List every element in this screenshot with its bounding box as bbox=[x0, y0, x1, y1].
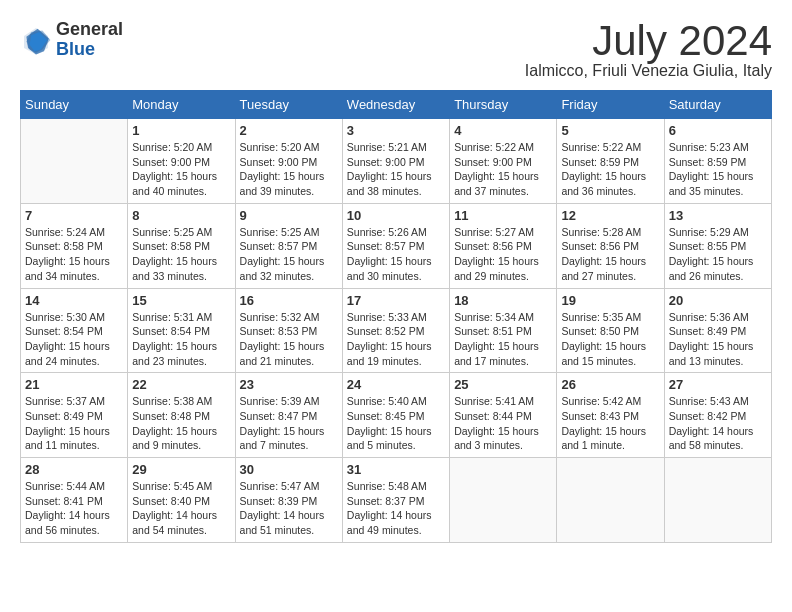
calendar-cell: 31Sunrise: 5:48 AM Sunset: 8:37 PM Dayli… bbox=[342, 458, 449, 543]
day-number: 4 bbox=[454, 123, 552, 138]
cell-content: Sunrise: 5:31 AM Sunset: 8:54 PM Dayligh… bbox=[132, 310, 230, 369]
cell-content: Sunrise: 5:45 AM Sunset: 8:40 PM Dayligh… bbox=[132, 479, 230, 538]
day-number: 31 bbox=[347, 462, 445, 477]
calendar-week-row: 21Sunrise: 5:37 AM Sunset: 8:49 PM Dayli… bbox=[21, 373, 772, 458]
calendar-cell: 26Sunrise: 5:42 AM Sunset: 8:43 PM Dayli… bbox=[557, 373, 664, 458]
calendar-cell: 15Sunrise: 5:31 AM Sunset: 8:54 PM Dayli… bbox=[128, 288, 235, 373]
day-number: 2 bbox=[240, 123, 338, 138]
calendar-cell bbox=[664, 458, 771, 543]
cell-content: Sunrise: 5:41 AM Sunset: 8:44 PM Dayligh… bbox=[454, 394, 552, 453]
calendar-cell: 24Sunrise: 5:40 AM Sunset: 8:45 PM Dayli… bbox=[342, 373, 449, 458]
day-number: 20 bbox=[669, 293, 767, 308]
cell-content: Sunrise: 5:28 AM Sunset: 8:56 PM Dayligh… bbox=[561, 225, 659, 284]
day-number: 26 bbox=[561, 377, 659, 392]
calendar-cell: 23Sunrise: 5:39 AM Sunset: 8:47 PM Dayli… bbox=[235, 373, 342, 458]
page-header: General Blue July 2024 Ialmicco, Friuli … bbox=[20, 20, 772, 80]
calendar-week-row: 14Sunrise: 5:30 AM Sunset: 8:54 PM Dayli… bbox=[21, 288, 772, 373]
calendar-cell: 7Sunrise: 5:24 AM Sunset: 8:58 PM Daylig… bbox=[21, 203, 128, 288]
calendar-week-row: 1Sunrise: 5:20 AM Sunset: 9:00 PM Daylig… bbox=[21, 119, 772, 204]
calendar-cell: 17Sunrise: 5:33 AM Sunset: 8:52 PM Dayli… bbox=[342, 288, 449, 373]
day-number: 28 bbox=[25, 462, 123, 477]
cell-content: Sunrise: 5:42 AM Sunset: 8:43 PM Dayligh… bbox=[561, 394, 659, 453]
cell-content: Sunrise: 5:37 AM Sunset: 8:49 PM Dayligh… bbox=[25, 394, 123, 453]
day-header-sunday: Sunday bbox=[21, 91, 128, 119]
calendar-cell: 14Sunrise: 5:30 AM Sunset: 8:54 PM Dayli… bbox=[21, 288, 128, 373]
day-number: 29 bbox=[132, 462, 230, 477]
day-header-saturday: Saturday bbox=[664, 91, 771, 119]
calendar-cell: 6Sunrise: 5:23 AM Sunset: 8:59 PM Daylig… bbox=[664, 119, 771, 204]
calendar-cell: 3Sunrise: 5:21 AM Sunset: 9:00 PM Daylig… bbox=[342, 119, 449, 204]
cell-content: Sunrise: 5:20 AM Sunset: 9:00 PM Dayligh… bbox=[132, 140, 230, 199]
day-number: 15 bbox=[132, 293, 230, 308]
calendar-cell bbox=[450, 458, 557, 543]
cell-content: Sunrise: 5:20 AM Sunset: 9:00 PM Dayligh… bbox=[240, 140, 338, 199]
day-header-friday: Friday bbox=[557, 91, 664, 119]
day-number: 19 bbox=[561, 293, 659, 308]
logo: General Blue bbox=[20, 20, 123, 60]
day-number: 23 bbox=[240, 377, 338, 392]
day-number: 3 bbox=[347, 123, 445, 138]
calendar-table: SundayMondayTuesdayWednesdayThursdayFrid… bbox=[20, 90, 772, 543]
calendar-cell: 5Sunrise: 5:22 AM Sunset: 8:59 PM Daylig… bbox=[557, 119, 664, 204]
cell-content: Sunrise: 5:21 AM Sunset: 9:00 PM Dayligh… bbox=[347, 140, 445, 199]
cell-content: Sunrise: 5:44 AM Sunset: 8:41 PM Dayligh… bbox=[25, 479, 123, 538]
calendar-week-row: 28Sunrise: 5:44 AM Sunset: 8:41 PM Dayli… bbox=[21, 458, 772, 543]
calendar-cell: 22Sunrise: 5:38 AM Sunset: 8:48 PM Dayli… bbox=[128, 373, 235, 458]
day-number: 11 bbox=[454, 208, 552, 223]
day-number: 22 bbox=[132, 377, 230, 392]
cell-content: Sunrise: 5:33 AM Sunset: 8:52 PM Dayligh… bbox=[347, 310, 445, 369]
cell-content: Sunrise: 5:48 AM Sunset: 8:37 PM Dayligh… bbox=[347, 479, 445, 538]
cell-content: Sunrise: 5:38 AM Sunset: 8:48 PM Dayligh… bbox=[132, 394, 230, 453]
calendar-cell: 30Sunrise: 5:47 AM Sunset: 8:39 PM Dayli… bbox=[235, 458, 342, 543]
cell-content: Sunrise: 5:32 AM Sunset: 8:53 PM Dayligh… bbox=[240, 310, 338, 369]
day-number: 7 bbox=[25, 208, 123, 223]
cell-content: Sunrise: 5:29 AM Sunset: 8:55 PM Dayligh… bbox=[669, 225, 767, 284]
calendar-cell: 18Sunrise: 5:34 AM Sunset: 8:51 PM Dayli… bbox=[450, 288, 557, 373]
cell-content: Sunrise: 5:23 AM Sunset: 8:59 PM Dayligh… bbox=[669, 140, 767, 199]
logo-text: General Blue bbox=[56, 20, 123, 60]
day-number: 27 bbox=[669, 377, 767, 392]
day-number: 25 bbox=[454, 377, 552, 392]
calendar-cell: 13Sunrise: 5:29 AM Sunset: 8:55 PM Dayli… bbox=[664, 203, 771, 288]
title-block: July 2024 Ialmicco, Friuli Venezia Giuli… bbox=[525, 20, 772, 80]
day-header-tuesday: Tuesday bbox=[235, 91, 342, 119]
day-number: 14 bbox=[25, 293, 123, 308]
calendar-cell: 27Sunrise: 5:43 AM Sunset: 8:42 PM Dayli… bbox=[664, 373, 771, 458]
logo-icon bbox=[20, 24, 52, 56]
calendar-cell: 25Sunrise: 5:41 AM Sunset: 8:44 PM Dayli… bbox=[450, 373, 557, 458]
day-number: 18 bbox=[454, 293, 552, 308]
cell-content: Sunrise: 5:22 AM Sunset: 8:59 PM Dayligh… bbox=[561, 140, 659, 199]
cell-content: Sunrise: 5:39 AM Sunset: 8:47 PM Dayligh… bbox=[240, 394, 338, 453]
cell-content: Sunrise: 5:26 AM Sunset: 8:57 PM Dayligh… bbox=[347, 225, 445, 284]
cell-content: Sunrise: 5:22 AM Sunset: 9:00 PM Dayligh… bbox=[454, 140, 552, 199]
calendar-cell: 19Sunrise: 5:35 AM Sunset: 8:50 PM Dayli… bbox=[557, 288, 664, 373]
calendar-cell bbox=[557, 458, 664, 543]
day-number: 1 bbox=[132, 123, 230, 138]
cell-content: Sunrise: 5:25 AM Sunset: 8:58 PM Dayligh… bbox=[132, 225, 230, 284]
calendar-cell: 2Sunrise: 5:20 AM Sunset: 9:00 PM Daylig… bbox=[235, 119, 342, 204]
day-number: 30 bbox=[240, 462, 338, 477]
cell-content: Sunrise: 5:35 AM Sunset: 8:50 PM Dayligh… bbox=[561, 310, 659, 369]
cell-content: Sunrise: 5:43 AM Sunset: 8:42 PM Dayligh… bbox=[669, 394, 767, 453]
cell-content: Sunrise: 5:25 AM Sunset: 8:57 PM Dayligh… bbox=[240, 225, 338, 284]
calendar-cell: 20Sunrise: 5:36 AM Sunset: 8:49 PM Dayli… bbox=[664, 288, 771, 373]
calendar-cell: 10Sunrise: 5:26 AM Sunset: 8:57 PM Dayli… bbox=[342, 203, 449, 288]
day-header-wednesday: Wednesday bbox=[342, 91, 449, 119]
cell-content: Sunrise: 5:27 AM Sunset: 8:56 PM Dayligh… bbox=[454, 225, 552, 284]
calendar-cell: 29Sunrise: 5:45 AM Sunset: 8:40 PM Dayli… bbox=[128, 458, 235, 543]
calendar-header-row: SundayMondayTuesdayWednesdayThursdayFrid… bbox=[21, 91, 772, 119]
day-number: 8 bbox=[132, 208, 230, 223]
calendar-cell: 12Sunrise: 5:28 AM Sunset: 8:56 PM Dayli… bbox=[557, 203, 664, 288]
cell-content: Sunrise: 5:36 AM Sunset: 8:49 PM Dayligh… bbox=[669, 310, 767, 369]
calendar-cell: 11Sunrise: 5:27 AM Sunset: 8:56 PM Dayli… bbox=[450, 203, 557, 288]
calendar-cell: 9Sunrise: 5:25 AM Sunset: 8:57 PM Daylig… bbox=[235, 203, 342, 288]
day-number: 16 bbox=[240, 293, 338, 308]
cell-content: Sunrise: 5:47 AM Sunset: 8:39 PM Dayligh… bbox=[240, 479, 338, 538]
calendar-cell: 16Sunrise: 5:32 AM Sunset: 8:53 PM Dayli… bbox=[235, 288, 342, 373]
day-number: 9 bbox=[240, 208, 338, 223]
cell-content: Sunrise: 5:30 AM Sunset: 8:54 PM Dayligh… bbox=[25, 310, 123, 369]
calendar-cell: 1Sunrise: 5:20 AM Sunset: 9:00 PM Daylig… bbox=[128, 119, 235, 204]
day-number: 21 bbox=[25, 377, 123, 392]
day-header-thursday: Thursday bbox=[450, 91, 557, 119]
cell-content: Sunrise: 5:40 AM Sunset: 8:45 PM Dayligh… bbox=[347, 394, 445, 453]
